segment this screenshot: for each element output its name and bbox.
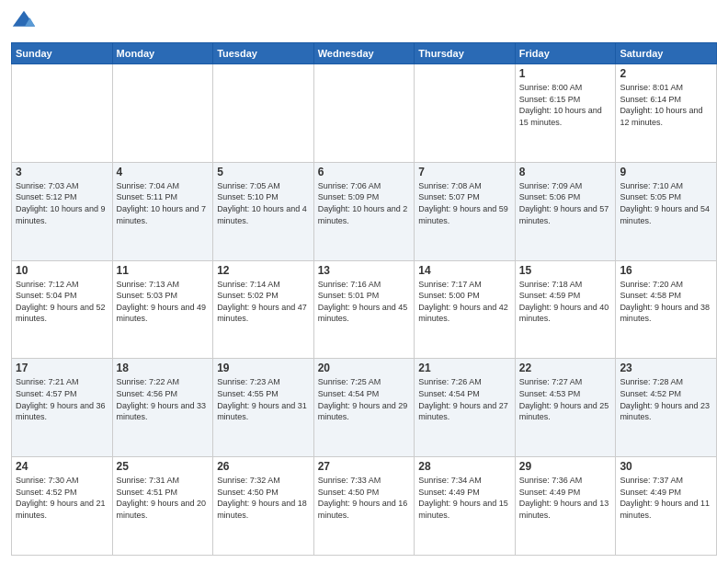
day-info: Sunrise: 7:34 AM Sunset: 4:49 PM Dayligh…: [418, 475, 511, 521]
day-info: Sunrise: 7:10 AM Sunset: 5:05 PM Dayligh…: [620, 180, 712, 226]
calendar-cell: 17Sunrise: 7:21 AM Sunset: 4:57 PM Dayli…: [12, 359, 113, 457]
logo-icon: [11, 9, 37, 35]
day-number: 9: [620, 166, 712, 178]
calendar-cell: 5Sunrise: 7:05 AM Sunset: 5:10 PM Daylig…: [213, 162, 314, 260]
calendar-cell: 7Sunrise: 7:08 AM Sunset: 5:07 PM Daylig…: [415, 162, 516, 260]
calendar-week-row: 10Sunrise: 7:12 AM Sunset: 5:04 PM Dayli…: [12, 260, 717, 359]
day-number: 17: [16, 362, 108, 374]
day-info: Sunrise: 7:22 AM Sunset: 4:56 PM Dayligh…: [117, 376, 210, 422]
calendar-cell: 23Sunrise: 7:28 AM Sunset: 4:52 PM Dayli…: [616, 359, 717, 457]
calendar-cell: 30Sunrise: 7:37 AM Sunset: 4:49 PM Dayli…: [616, 457, 717, 556]
day-info: Sunrise: 7:12 AM Sunset: 5:04 PM Dayligh…: [16, 279, 108, 325]
calendar-week-row: 3Sunrise: 7:03 AM Sunset: 5:12 PM Daylig…: [12, 162, 717, 260]
calendar-cell: 20Sunrise: 7:25 AM Sunset: 4:54 PM Dayli…: [313, 359, 415, 457]
day-number: 15: [519, 264, 612, 277]
day-info: Sunrise: 7:05 AM Sunset: 5:10 PM Dayligh…: [217, 180, 310, 226]
day-number: 12: [217, 264, 310, 277]
day-number: 30: [620, 460, 712, 473]
calendar-cell: [112, 64, 213, 163]
day-number: 4: [117, 166, 210, 178]
logo: [11, 9, 40, 35]
calendar-cell: 4Sunrise: 7:04 AM Sunset: 5:11 PM Daylig…: [112, 162, 213, 260]
calendar-cell: 18Sunrise: 7:22 AM Sunset: 4:56 PM Dayli…: [112, 359, 213, 457]
day-number: 24: [16, 460, 108, 473]
calendar-cell: 2Sunrise: 8:01 AM Sunset: 6:14 PM Daylig…: [616, 64, 717, 163]
day-info: Sunrise: 7:14 AM Sunset: 5:02 PM Dayligh…: [217, 279, 310, 325]
header: [11, 9, 717, 35]
weekday-header: Wednesday: [313, 43, 415, 64]
day-number: 25: [117, 460, 210, 473]
day-info: Sunrise: 7:32 AM Sunset: 4:50 PM Dayligh…: [217, 475, 310, 521]
calendar-cell: 10Sunrise: 7:12 AM Sunset: 5:04 PM Dayli…: [12, 260, 113, 359]
day-info: Sunrise: 7:28 AM Sunset: 4:52 PM Dayligh…: [620, 376, 712, 422]
day-number: 10: [16, 264, 108, 277]
day-info: Sunrise: 7:26 AM Sunset: 4:54 PM Dayligh…: [418, 376, 511, 422]
day-info: Sunrise: 7:20 AM Sunset: 4:58 PM Dayligh…: [620, 279, 712, 325]
weekday-header: Sunday: [12, 43, 113, 64]
day-number: 7: [418, 166, 511, 178]
day-number: 21: [418, 362, 511, 374]
day-info: Sunrise: 7:13 AM Sunset: 5:03 PM Dayligh…: [117, 279, 210, 325]
weekday-header-row: SundayMondayTuesdayWednesdayThursdayFrid…: [12, 43, 717, 64]
day-number: 28: [418, 460, 511, 473]
calendar-cell: 16Sunrise: 7:20 AM Sunset: 4:58 PM Dayli…: [616, 260, 717, 359]
day-info: Sunrise: 7:25 AM Sunset: 4:54 PM Dayligh…: [318, 376, 411, 422]
calendar-cell: 13Sunrise: 7:16 AM Sunset: 5:01 PM Dayli…: [313, 260, 415, 359]
weekday-header: Friday: [515, 43, 616, 64]
day-number: 11: [117, 264, 210, 277]
weekday-header: Tuesday: [213, 43, 314, 64]
calendar-cell: 25Sunrise: 7:31 AM Sunset: 4:51 PM Dayli…: [112, 457, 213, 556]
day-number: 5: [217, 166, 310, 178]
calendar-cell: 24Sunrise: 7:30 AM Sunset: 4:52 PM Dayli…: [12, 457, 113, 556]
calendar-cell: 27Sunrise: 7:33 AM Sunset: 4:50 PM Dayli…: [313, 457, 415, 556]
day-number: 13: [318, 264, 411, 277]
day-info: Sunrise: 7:27 AM Sunset: 4:53 PM Dayligh…: [519, 376, 612, 422]
day-info: Sunrise: 7:31 AM Sunset: 4:51 PM Dayligh…: [117, 475, 210, 521]
calendar-cell: 15Sunrise: 7:18 AM Sunset: 4:59 PM Dayli…: [515, 260, 616, 359]
calendar-cell: [415, 64, 516, 163]
day-number: 6: [318, 166, 411, 178]
calendar-cell: 14Sunrise: 7:17 AM Sunset: 5:00 PM Dayli…: [415, 260, 516, 359]
calendar-cell: 22Sunrise: 7:27 AM Sunset: 4:53 PM Dayli…: [515, 359, 616, 457]
day-number: 22: [519, 362, 612, 374]
day-info: Sunrise: 7:23 AM Sunset: 4:55 PM Dayligh…: [217, 376, 310, 422]
calendar-cell: [12, 64, 113, 163]
calendar-cell: 19Sunrise: 7:23 AM Sunset: 4:55 PM Dayli…: [213, 359, 314, 457]
calendar-cell: 8Sunrise: 7:09 AM Sunset: 5:06 PM Daylig…: [515, 162, 616, 260]
page: SundayMondayTuesdayWednesdayThursdayFrid…: [0, 0, 728, 563]
day-info: Sunrise: 7:03 AM Sunset: 5:12 PM Dayligh…: [16, 180, 108, 226]
day-info: Sunrise: 7:30 AM Sunset: 4:52 PM Dayligh…: [16, 475, 108, 521]
day-number: 29: [519, 460, 612, 473]
calendar-cell: [213, 64, 314, 163]
calendar-week-row: 24Sunrise: 7:30 AM Sunset: 4:52 PM Dayli…: [12, 457, 717, 556]
weekday-header: Thursday: [415, 43, 516, 64]
calendar-cell: 3Sunrise: 7:03 AM Sunset: 5:12 PM Daylig…: [12, 162, 113, 260]
day-info: Sunrise: 7:09 AM Sunset: 5:06 PM Dayligh…: [519, 180, 612, 226]
day-info: Sunrise: 7:16 AM Sunset: 5:01 PM Dayligh…: [318, 279, 411, 325]
calendar-cell: 6Sunrise: 7:06 AM Sunset: 5:09 PM Daylig…: [313, 162, 415, 260]
day-number: 18: [117, 362, 210, 374]
day-info: Sunrise: 7:18 AM Sunset: 4:59 PM Dayligh…: [519, 279, 612, 325]
day-number: 26: [217, 460, 310, 473]
day-info: Sunrise: 7:36 AM Sunset: 4:49 PM Dayligh…: [519, 475, 612, 521]
day-info: Sunrise: 8:00 AM Sunset: 6:15 PM Dayligh…: [519, 82, 612, 128]
calendar-week-row: 1Sunrise: 8:00 AM Sunset: 6:15 PM Daylig…: [12, 64, 717, 163]
day-info: Sunrise: 7:17 AM Sunset: 5:00 PM Dayligh…: [418, 279, 511, 325]
calendar-cell: 28Sunrise: 7:34 AM Sunset: 4:49 PM Dayli…: [415, 457, 516, 556]
day-info: Sunrise: 7:33 AM Sunset: 4:50 PM Dayligh…: [318, 475, 411, 521]
day-number: 20: [318, 362, 411, 374]
day-info: Sunrise: 7:21 AM Sunset: 4:57 PM Dayligh…: [16, 376, 108, 422]
calendar-cell: 1Sunrise: 8:00 AM Sunset: 6:15 PM Daylig…: [515, 64, 616, 163]
day-number: 3: [16, 166, 108, 178]
calendar-cell: 26Sunrise: 7:32 AM Sunset: 4:50 PM Dayli…: [213, 457, 314, 556]
day-info: Sunrise: 7:37 AM Sunset: 4:49 PM Dayligh…: [620, 475, 712, 521]
day-number: 19: [217, 362, 310, 374]
day-info: Sunrise: 7:08 AM Sunset: 5:07 PM Dayligh…: [418, 180, 511, 226]
day-number: 27: [318, 460, 411, 473]
day-info: Sunrise: 8:01 AM Sunset: 6:14 PM Dayligh…: [620, 82, 712, 128]
calendar-cell: 29Sunrise: 7:36 AM Sunset: 4:49 PM Dayli…: [515, 457, 616, 556]
weekday-header: Saturday: [616, 43, 717, 64]
day-info: Sunrise: 7:04 AM Sunset: 5:11 PM Dayligh…: [117, 180, 210, 226]
calendar-cell: [313, 64, 415, 163]
calendar-cell: 21Sunrise: 7:26 AM Sunset: 4:54 PM Dayli…: [415, 359, 516, 457]
